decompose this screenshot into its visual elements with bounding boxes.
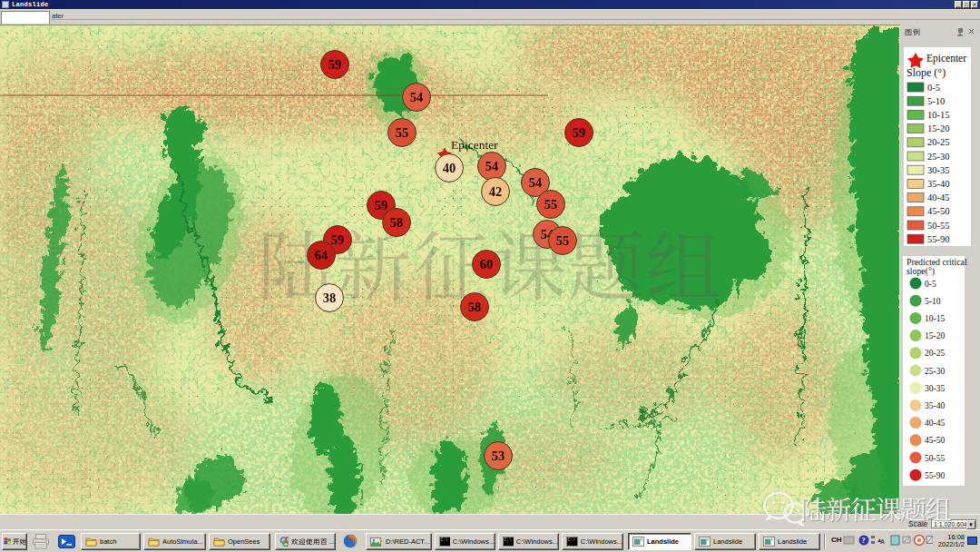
svg-text:59: 59 bbox=[573, 125, 586, 140]
svg-text:55: 55 bbox=[544, 197, 558, 212]
svg-text:10-15: 10-15 bbox=[925, 314, 945, 323]
svg-text:25-30: 25-30 bbox=[925, 367, 945, 376]
svg-text:20-25: 20-25 bbox=[927, 137, 950, 147]
svg-text:Epicenter: Epicenter bbox=[451, 138, 498, 152]
svg-text:Epicenter: Epicenter bbox=[926, 53, 966, 64]
svg-text:0-5: 0-5 bbox=[927, 83, 940, 93]
svg-text:15-20: 15-20 bbox=[925, 331, 945, 340]
svg-text:30-35: 30-35 bbox=[927, 165, 950, 175]
svg-text:5-10: 5-10 bbox=[927, 96, 945, 106]
svg-text:58: 58 bbox=[390, 215, 404, 230]
svg-text:40-45: 40-45 bbox=[927, 192, 950, 202]
svg-text:20-25: 20-25 bbox=[925, 349, 945, 358]
svg-text:40: 40 bbox=[443, 161, 456, 175]
svg-text:35-40: 35-40 bbox=[925, 401, 945, 410]
svg-text:60: 60 bbox=[480, 257, 494, 271]
svg-text:42: 42 bbox=[489, 184, 503, 199]
svg-text:30-35: 30-35 bbox=[925, 384, 945, 393]
svg-text:?: ? bbox=[862, 537, 866, 545]
svg-text:54: 54 bbox=[529, 175, 543, 190]
svg-text:50-55: 50-55 bbox=[927, 221, 950, 231]
svg-text:0-5: 0-5 bbox=[925, 280, 936, 289]
svg-text:C:\: C:\ bbox=[505, 537, 512, 542]
svg-text:25-30: 25-30 bbox=[927, 152, 950, 162]
svg-text:15-20: 15-20 bbox=[927, 123, 950, 133]
svg-text:40-45: 40-45 bbox=[925, 419, 945, 428]
svg-text:54: 54 bbox=[485, 159, 499, 173]
svg-text:53: 53 bbox=[492, 448, 505, 463]
svg-text:Slope (°): Slope (°) bbox=[906, 66, 946, 79]
svg-text:55: 55 bbox=[396, 125, 409, 140]
svg-text:58: 58 bbox=[468, 300, 482, 314]
svg-text:C:\: C:\ bbox=[568, 537, 575, 542]
svg-text:54: 54 bbox=[410, 90, 424, 104]
svg-text:59: 59 bbox=[328, 57, 342, 72]
svg-text:A: A bbox=[880, 538, 885, 545]
svg-text:59: 59 bbox=[331, 232, 345, 247]
svg-text:50-55: 50-55 bbox=[925, 454, 945, 463]
svg-text:slope(°): slope(°) bbox=[906, 266, 935, 277]
svg-text:38: 38 bbox=[323, 291, 337, 305]
svg-text:45-50: 45-50 bbox=[927, 206, 950, 216]
svg-text:10-15: 10-15 bbox=[927, 110, 950, 120]
svg-text:55-90: 55-90 bbox=[927, 234, 950, 244]
svg-text:C:\: C:\ bbox=[441, 537, 448, 542]
svg-text:45-50: 45-50 bbox=[925, 436, 945, 445]
svg-text:64: 64 bbox=[315, 248, 328, 262]
svg-text:35-40: 35-40 bbox=[927, 179, 950, 189]
svg-text:55: 55 bbox=[556, 233, 570, 248]
svg-text:5-10: 5-10 bbox=[925, 297, 941, 306]
svg-text:55-90: 55-90 bbox=[925, 471, 945, 480]
svg-text:59: 59 bbox=[375, 198, 388, 212]
